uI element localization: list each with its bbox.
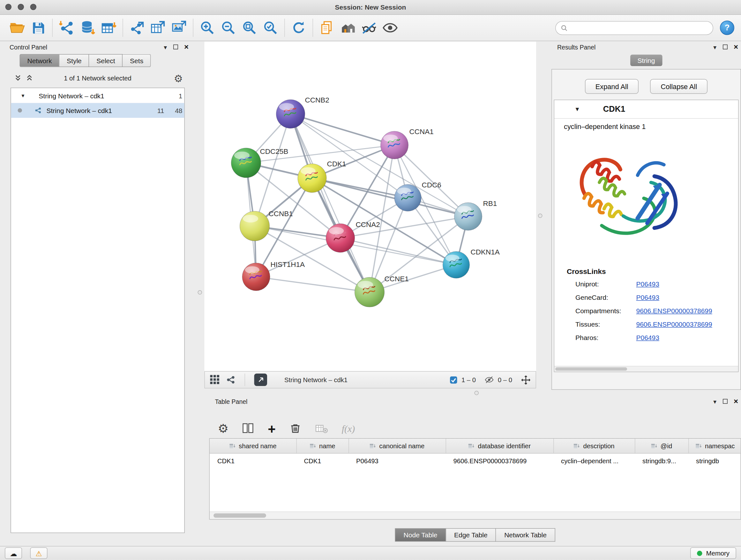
- hidden-eye-slash-icon[interactable]: [484, 375, 494, 384]
- table-cell[interactable]: cyclin–dependent ...: [553, 453, 635, 468]
- cloud-status-button[interactable]: ☁: [5, 548, 22, 559]
- control-panel-tabs: Network Style Select Sets: [20, 54, 151, 67]
- close-window-button[interactable]: [5, 4, 12, 10]
- help-button[interactable]: ?: [720, 21, 734, 35]
- maximize-panel-icon[interactable]: [723, 399, 727, 404]
- network-edge-CCNB2-CCNB1[interactable]: [255, 114, 291, 226]
- minimize-window-button[interactable]: [18, 4, 24, 10]
- tab-sets[interactable]: Sets: [123, 54, 151, 67]
- tab-node-table[interactable]: Node Table: [395, 528, 446, 542]
- tab-network[interactable]: Network: [20, 54, 60, 67]
- refresh-icon: [291, 20, 307, 36]
- maximize-panel-icon[interactable]: [173, 45, 178, 50]
- crosslink-link[interactable]: P06493: [636, 294, 659, 301]
- network-graph[interactable]: CCNB2CCNA1CDC25BCDK1CDC6RB1CCNB1CCNA2CDK…: [205, 42, 536, 371]
- tab-string[interactable]: String: [630, 55, 662, 66]
- network-edge-CCNB2-CCNA1[interactable]: [291, 114, 395, 145]
- show-columns-icon[interactable]: [242, 422, 254, 435]
- tab-style[interactable]: Style: [60, 54, 89, 67]
- save-session-button[interactable]: [28, 17, 49, 38]
- table-cell[interactable]: CDK1: [210, 453, 296, 468]
- warnings-button[interactable]: ⚠: [30, 548, 48, 559]
- crosslink-link[interactable]: 9606.ENSP00000378699: [636, 320, 712, 328]
- hide-selected-button[interactable]: [359, 17, 380, 38]
- table-column--id[interactable]: @id: [635, 439, 688, 453]
- gene-card-header[interactable]: ▼ CDK1: [554, 100, 738, 119]
- delete-column-trash-icon[interactable]: [289, 422, 301, 435]
- network-edge-CCNB1-CDKN1A[interactable]: [255, 226, 456, 265]
- memory-button[interactable]: Memory: [690, 548, 736, 559]
- table-column-namespac[interactable]: namespac: [688, 439, 741, 453]
- import-network-from-database-button[interactable]: [77, 17, 98, 38]
- export-network-button[interactable]: [126, 17, 147, 38]
- zoom-window-button[interactable]: [30, 4, 37, 10]
- clone-network-button[interactable]: [317, 17, 338, 38]
- zoom-in-button[interactable]: [197, 17, 218, 38]
- table-column-name[interactable]: name: [296, 439, 349, 453]
- collection-disclosure-icon[interactable]: ▼: [21, 93, 25, 98]
- birds-eye-grid-icon[interactable]: [210, 374, 220, 385]
- crosslink-link[interactable]: P06493: [636, 280, 659, 288]
- show-all-button[interactable]: [380, 17, 401, 38]
- control-panel: Control Panel ▾ × Network Style Select S…: [4, 42, 192, 546]
- table-column-database-identifier[interactable]: database identifier: [446, 439, 554, 453]
- horizontal-scrollbar[interactable]: [554, 366, 738, 372]
- network-overview-icon[interactable]: [226, 375, 235, 385]
- selected-checkbox-icon[interactable]: [449, 376, 458, 384]
- zoom-out-button[interactable]: [218, 17, 239, 38]
- zoom-fit-button[interactable]: [239, 17, 260, 38]
- table-cell[interactable]: 9606.ENSP00000378699: [446, 453, 554, 468]
- collapse-all-button[interactable]: Collapse All: [650, 79, 708, 94]
- table-column-shared-name[interactable]: shared name: [210, 439, 296, 453]
- first-neighbors-button[interactable]: [338, 17, 359, 38]
- expand-all-button[interactable]: Expand All: [585, 79, 639, 94]
- gene-disclosure-icon[interactable]: ▼: [575, 106, 580, 113]
- table-row[interactable]: CDK1CDK1P064939606.ENSP00000378699cyclin…: [210, 453, 741, 468]
- export-table-button[interactable]: [147, 17, 169, 38]
- toolbar-search-box[interactable]: [555, 21, 713, 35]
- network-edge-CDK1-RB1[interactable]: [312, 178, 468, 216]
- close-panel-icon[interactable]: ×: [184, 43, 189, 51]
- splitter-handle[interactable]: [475, 391, 479, 395]
- results-panel-title: Results Panel: [557, 44, 596, 51]
- table-horizontal-scrollbar[interactable]: [210, 511, 741, 519]
- table-column-description[interactable]: description: [553, 439, 635, 453]
- table-column-canonical-name[interactable]: canonical name: [348, 439, 446, 453]
- close-panel-icon[interactable]: ×: [734, 43, 738, 51]
- table-cell[interactable]: P06493: [348, 453, 446, 468]
- network-options-gear-icon[interactable]: ⚙: [174, 72, 183, 85]
- refresh-button[interactable]: [288, 17, 309, 38]
- search-input[interactable]: [571, 23, 708, 32]
- open-session-button[interactable]: [7, 17, 28, 38]
- network-edge-HIST1H1A-CCNE1[interactable]: [256, 277, 370, 292]
- tab-edge-table[interactable]: Edge Table: [446, 528, 496, 542]
- table-cell[interactable]: stringdb:9...: [635, 453, 688, 468]
- zoom-selected-button[interactable]: [260, 17, 281, 38]
- network-row-selected[interactable]: String Network – cdk1 11 48: [11, 103, 185, 118]
- maximize-panel-icon[interactable]: [723, 45, 727, 50]
- import-table-button[interactable]: [98, 17, 119, 38]
- create-column-icon[interactable]: +: [268, 424, 276, 435]
- crosslink-link[interactable]: 9606.ENSP00000378699: [636, 307, 712, 315]
- control-panel-title: Control Panel: [10, 44, 47, 51]
- float-panel-icon[interactable]: ▾: [713, 398, 717, 405]
- pan-move-icon[interactable]: [521, 375, 531, 385]
- splitter-handle[interactable]: [198, 290, 202, 295]
- export-image-button[interactable]: [169, 17, 190, 38]
- import-network-button[interactable]: [56, 17, 77, 38]
- network-edge-CCNA2-CDKN1A[interactable]: [340, 238, 456, 265]
- table-cell[interactable]: stringdb: [688, 453, 741, 468]
- close-panel-icon[interactable]: ×: [734, 397, 738, 405]
- tab-select[interactable]: Select: [89, 54, 123, 67]
- network-view[interactable]: CCNB2CCNA1CDC25BCDK1CDC6RB1CCNB1CCNA2CDK…: [205, 42, 536, 371]
- table-cell[interactable]: CDK1: [296, 453, 349, 468]
- crosslink-link[interactable]: P06493: [636, 334, 659, 341]
- detach-view-button[interactable]: [254, 374, 267, 386]
- tab-network-table[interactable]: Network Table: [496, 528, 555, 542]
- network-collection-row[interactable]: ▼ String Network – cdk1 1: [11, 88, 185, 103]
- float-panel-icon[interactable]: ▾: [164, 44, 167, 50]
- float-panel-icon[interactable]: ▾: [713, 44, 717, 50]
- splitter-handle[interactable]: [538, 213, 542, 218]
- column-sort-icon: [574, 443, 580, 449]
- table-options-gear-icon[interactable]: ⚙: [218, 422, 229, 435]
